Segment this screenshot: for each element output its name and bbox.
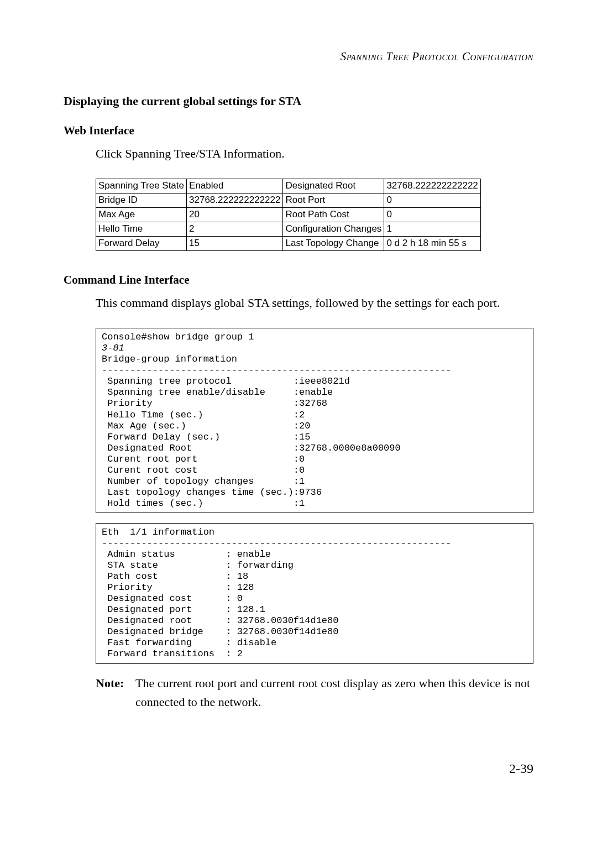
table-cell-label: Root Path Cost [283, 208, 384, 222]
table-cell-label: Max Age [96, 208, 187, 222]
web-interface-text: Click Spanning Tree/STA Information. [96, 144, 533, 163]
cli-reference: 3-81 [102, 343, 124, 353]
table-row: Hello Time 2 Configuration Changes 1 [96, 222, 481, 237]
table-cell-value: 32768.222222222222 [384, 179, 480, 194]
table-cell-value: 15 [187, 237, 283, 251]
table-cell-label: Configuration Changes [283, 222, 384, 237]
cli-intro-text: This command displays global STA setting… [96, 294, 533, 312]
table-cell-label: Root Port [283, 194, 384, 208]
web-interface-heading: Web Interface [64, 124, 533, 138]
table-row: Bridge ID 32768.222222222222 Root Port 0 [96, 194, 481, 208]
note-text: The current root port and current root c… [135, 674, 533, 712]
table-cell-label: Last Topology Change [283, 237, 384, 251]
cli-command: Console#show bridge group 1 [102, 332, 254, 342]
cli-heading: Command Line Interface [64, 273, 533, 287]
table-cell-label: Designated Root [283, 179, 384, 194]
table-cell-label: Forward Delay [96, 237, 187, 251]
note: Note: The current root port and current … [96, 674, 533, 712]
table-cell-value: 0 [384, 194, 480, 208]
page: Spanning Tree Protocol Configuration Dis… [0, 0, 597, 809]
table-row: Max Age 20 Root Path Cost 0 [96, 208, 481, 222]
table-cell-value: 20 [187, 208, 283, 222]
table-cell-value: 32768.222222222222 [187, 194, 283, 208]
cli-output-block-1: Console#show bridge group 1 3-81 Bridge-… [96, 328, 533, 513]
table-cell-value: 1 [384, 222, 480, 237]
table-cell-label: Spanning Tree State [96, 179, 187, 194]
table-cell-value: 0 [384, 208, 480, 222]
table-row: Spanning Tree State Enabled Designated R… [96, 179, 481, 194]
sta-info-table: Spanning Tree State Enabled Designated R… [96, 179, 481, 251]
section-title: Displaying the current global settings f… [64, 94, 533, 108]
page-number: 2-39 [64, 761, 533, 776]
table-cell-value: 2 [187, 222, 283, 237]
table-cell-value: Enabled [187, 179, 283, 194]
cli-output-block-2: Eth 1/1 information --------------------… [96, 523, 533, 664]
table-cell-label: Bridge ID [96, 194, 187, 208]
table-cell-label: Hello Time [96, 222, 187, 237]
table-cell-value: 0 d 2 h 18 min 55 s [384, 237, 480, 251]
cli-body: Bridge-group information ---------------… [102, 354, 452, 509]
note-label: Note: [96, 674, 135, 712]
running-header: Spanning Tree Protocol Configuration [64, 50, 533, 64]
table-row: Forward Delay 15 Last Topology Change 0 … [96, 237, 481, 251]
